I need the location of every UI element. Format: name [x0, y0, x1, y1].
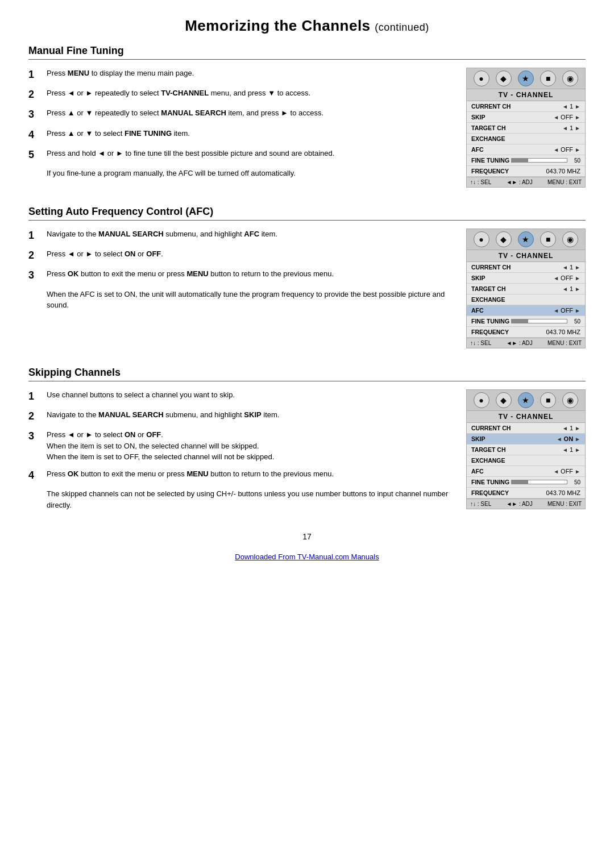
step-text: Press OK button to exit the menu or pres…	[47, 268, 453, 280]
step-text: Press and hold ◄ or ► to fine tune till …	[47, 148, 453, 159]
tv-row-current-ch: CURRENT CH ◄ 1 ►	[467, 101, 585, 112]
step-text: Use channel buttons to select a channel …	[47, 389, 453, 401]
section-manual-fine-tuning: Manual Fine Tuning 1 Press MENU to displ…	[28, 45, 586, 188]
tv-panel-icons: ●◆★■◉	[467, 229, 585, 250]
tv-panel-header: TV - CHANNEL	[467, 89, 585, 101]
tv-row-freq: FREQUENCY 043.70 MHZ	[467, 488, 585, 499]
tv-row-finetuning: FINE TUNING 50	[467, 155, 585, 166]
step: 1 Navigate to the MANUAL SEARCH submenu,…	[28, 229, 453, 243]
tv-icon-4: ◉	[562, 231, 578, 247]
tv-panel-icons: ●◆★■◉	[467, 68, 585, 89]
tv-row-afc: AFC ◄ OFF ►	[467, 466, 585, 477]
tv-row-target-ch: TARGET CH ◄ 1 ►	[467, 284, 585, 294]
step: 2 Navigate to the MANUAL SEARCH submenu,…	[28, 409, 453, 423]
tv-panel-header: TV - CHANNEL	[467, 250, 585, 262]
step-note: The skipped channels can not be selected…	[47, 488, 453, 510]
tv-row-afc: AFC ◄ OFF ►	[467, 305, 585, 316]
tv-row-target-ch: TARGET CH ◄ 1 ►	[467, 123, 585, 134]
tv-row-finetuning: FINE TUNING 50	[467, 316, 585, 327]
step-text: Press MENU to display the menu main page…	[47, 68, 453, 79]
tv-row-current-ch: CURRENT CH ◄ 1 ►	[467, 423, 585, 434]
step-text: Press ◄ or ► repeatedly to select TV-CHA…	[47, 88, 453, 99]
tv-row-exchange: EXCHANGE	[467, 294, 585, 305]
step-number: 3	[28, 268, 44, 283]
tv-row-finetuning: FINE TUNING 50	[467, 477, 585, 488]
step: 4 Press OK button to exit the menu or pr…	[28, 468, 453, 483]
tv-icon-4: ◉	[562, 392, 578, 408]
tv-icon-1: ◆	[496, 231, 512, 247]
tv-icon-0: ●	[474, 231, 489, 247]
step-number: 3	[28, 107, 44, 122]
tv-icon-1: ◆	[496, 70, 512, 86]
tv-footer-item: ↑↓ : SEL	[470, 179, 491, 185]
tv-panel-manual-fine-tuning: ●◆★■◉TV - CHANNEL CURRENT CH ◄ 1 ► SKIP …	[466, 68, 586, 188]
tv-panel-footer: ↑↓ : SEL◄► : ADJMENU : EXIT	[467, 338, 585, 348]
tv-icon-0: ●	[474, 70, 489, 86]
tv-icon-4: ◉	[562, 70, 578, 86]
tv-icon-3: ■	[540, 231, 556, 247]
step: 2 Press ◄ or ► repeatedly to select TV-C…	[28, 88, 453, 102]
section-divider	[28, 59, 586, 60]
step-text: Navigate to the MANUAL SEARCH submenu, a…	[47, 229, 453, 240]
step-text: Navigate to the MANUAL SEARCH submenu, a…	[47, 409, 453, 421]
tv-footer-item: ↑↓ : SEL	[470, 340, 491, 346]
step-number: 2	[28, 409, 44, 423]
page-footer: Downloaded From TV-Manual.com Manuals	[28, 553, 586, 561]
step-number: 2	[28, 248, 44, 263]
section-content-manual-fine-tuning: 1 Press MENU to display the menu main pa…	[28, 68, 586, 188]
step-text: Press OK button to exit the menu or pres…	[47, 468, 453, 480]
step-number: 2	[28, 88, 44, 102]
tv-footer-item: ◄► : ADJ	[506, 179, 532, 185]
step-number: 3	[28, 429, 44, 443]
tv-panel-footer: ↑↓ : SEL◄► : ADJMENU : EXIT	[467, 499, 585, 509]
step-number: 4	[28, 128, 44, 142]
tv-icon-3: ■	[540, 70, 556, 86]
tv-row-current-ch: CURRENT CH ◄ 1 ►	[467, 262, 585, 273]
tv-footer-item: MENU : EXIT	[547, 501, 582, 507]
step: 4 Press ▲ or ▼ to select FINE TUNING ite…	[28, 128, 453, 142]
step-note: If you fine-tune a program manually, the…	[47, 168, 453, 179]
step-text: Press ▲ or ▼ repeatedly to select MANUAL…	[47, 107, 453, 119]
tv-icon-0: ●	[474, 392, 489, 408]
footer-link[interactable]: Downloaded From TV-Manual.com Manuals	[235, 553, 379, 561]
step-number: 1	[28, 229, 44, 243]
tv-panel-skipping-channels: ●◆★■◉TV - CHANNEL CURRENT CH ◄ 1 ► SKIP …	[466, 389, 586, 509]
step: 5 Press and hold ◄ or ► to fine tune til…	[28, 148, 453, 162]
section-skipping-channels: Skipping Channels 1 Use channel buttons …	[28, 367, 586, 514]
step-text: Press ◄ or ► to select ON or OFF.When th…	[47, 429, 453, 463]
tv-footer-item: ↑↓ : SEL	[470, 501, 491, 507]
step: 3 Press OK button to exit the menu or pr…	[28, 268, 453, 283]
tv-row-exchange: EXCHANGE	[467, 455, 585, 466]
section-title-setting-afc: Setting Auto Frequency Control (AFC)	[28, 206, 586, 218]
section-divider	[28, 220, 586, 221]
step: 3 Press ◄ or ► to select ON or OFF.When …	[28, 429, 453, 463]
tv-row-target-ch: TARGET CH ◄ 1 ►	[467, 445, 585, 455]
steps-setting-afc: 1 Navigate to the MANUAL SEARCH submenu,…	[28, 229, 453, 314]
tv-footer-item: MENU : EXIT	[547, 179, 582, 185]
tv-footer-item: MENU : EXIT	[547, 340, 582, 346]
tv-panel-footer: ↑↓ : SEL◄► : ADJMENU : EXIT	[467, 177, 585, 187]
tv-row-freq: FREQUENCY 043.70 MHZ	[467, 166, 585, 177]
step-note: When the AFC is set to ON, the unit will…	[47, 289, 453, 311]
tv-icon-2: ★	[518, 392, 534, 408]
tv-icon-2: ★	[518, 70, 534, 86]
step-number: 4	[28, 468, 44, 483]
step-number: 1	[28, 68, 44, 82]
tv-row-skip: SKIP ◄ OFF ►	[467, 273, 585, 284]
step-text: Press ▲ or ▼ to select FINE TUNING item.	[47, 128, 453, 139]
section-divider	[28, 381, 586, 381]
tv-icon-2: ★	[518, 231, 534, 247]
tv-panel-setting-afc: ●◆★■◉TV - CHANNEL CURRENT CH ◄ 1 ► SKIP …	[466, 229, 586, 348]
tv-panel-icons: ●◆★■◉	[467, 390, 585, 411]
section-content-setting-afc: 1 Navigate to the MANUAL SEARCH submenu,…	[28, 229, 586, 348]
steps-skipping-channels: 1 Use channel buttons to select a channe…	[28, 389, 453, 514]
steps-manual-fine-tuning: 1 Press MENU to display the menu main pa…	[28, 68, 453, 182]
tv-icon-3: ■	[540, 392, 556, 408]
step: 1 Press MENU to display the menu main pa…	[28, 68, 453, 82]
tv-footer-item: ◄► : ADJ	[506, 340, 532, 346]
step-number: 5	[28, 148, 44, 162]
step: 2 Press ◄ or ► to select ON or OFF.	[28, 248, 453, 263]
tv-icon-1: ◆	[496, 392, 512, 408]
step: 3 Press ▲ or ▼ repeatedly to select MANU…	[28, 107, 453, 122]
section-title-manual-fine-tuning: Manual Fine Tuning	[28, 45, 586, 57]
